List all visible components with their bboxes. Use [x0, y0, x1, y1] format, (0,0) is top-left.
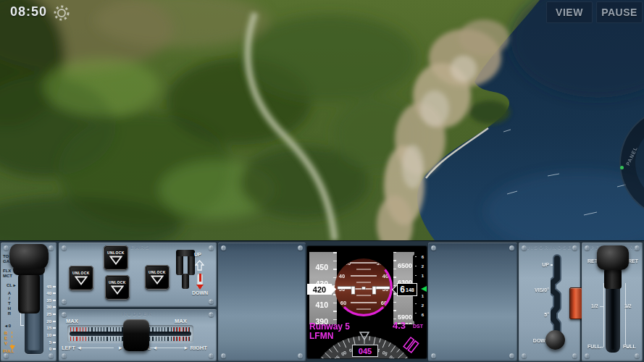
throttle-scale-mark: 35	[43, 298, 56, 303]
vs-tick-label: 1	[422, 274, 424, 278]
screw-icon	[62, 299, 67, 304]
gears-section: GEARS UNLOCK UNLOCK UNLOCK UNLOCK UP	[59, 243, 217, 307]
view-button[interactable]: VIEW	[546, 1, 593, 23]
rudder-max-left-label: MAX	[66, 318, 78, 324]
cl-label: CL ▸	[7, 283, 16, 288]
landing-gear-lever[interactable]	[176, 250, 195, 289]
terrain-image	[0, 0, 644, 240]
triangle-down-icon	[75, 276, 88, 285]
throttle-lever-grip[interactable]	[18, 273, 40, 313]
sb-full-right-label: FULL	[623, 344, 636, 349]
gear-position-indicator	[197, 273, 203, 287]
rudder-title: RUDDER	[59, 311, 217, 316]
screw-icon	[209, 245, 214, 251]
throttle-scale-mark: 5	[43, 340, 56, 345]
rev-label: REV	[3, 331, 8, 346]
svg-text:30: 30	[345, 260, 351, 266]
speed-brake-section: SPEED BRAKE RET RET 1/2 1/2 FULL FULL	[582, 243, 643, 361]
gear-unlock-button-left[interactable]: UNLOCK	[69, 266, 93, 290]
screw-icon	[49, 353, 54, 358]
screw-icon	[4, 353, 9, 358]
athr-label: A/THR	[7, 291, 12, 316]
unlock-label: UNLOCK	[109, 280, 126, 285]
visor-up-label: UP	[520, 262, 549, 267]
panel-knob-indicator	[620, 166, 624, 169]
gears-title: GEARS	[59, 245, 217, 250]
visor-orange-button[interactable]	[569, 287, 582, 319]
screw-icon	[572, 245, 577, 251]
vs-tick-label: 1	[422, 294, 424, 298]
screw-icon	[635, 245, 640, 251]
rudder-slider-knob[interactable]	[123, 319, 149, 351]
vs-tick-label: 2	[422, 264, 424, 269]
throttle-scale-mark: 25	[43, 312, 56, 317]
screw-icon	[4, 245, 9, 251]
speed-brake-lever[interactable]	[597, 245, 629, 270]
throttle-scale-mark: 15	[43, 326, 56, 331]
visor-five-label: 5°	[520, 312, 549, 317]
gear-unlock-button-top[interactable]: UNLOCK	[104, 245, 128, 270]
rudder-section: RUDDER MAX MAX LEFT ◄ ► NEUTRAL ◄ ► RIGH…	[59, 309, 217, 361]
screw-icon	[298, 353, 303, 358]
blank-panel-right	[428, 243, 517, 361]
screw-icon	[635, 353, 640, 358]
down-arrow-icon	[196, 285, 204, 290]
attitude-indicator: 3030 4040 5050 6060	[333, 257, 394, 318]
triangle-right-icon: ►	[118, 345, 123, 351]
gear-unlock-button-bottom[interactable]: UNLOCK	[105, 275, 130, 300]
throttle-lever[interactable]	[9, 244, 49, 269]
zero-arrow-icon: ◂	[5, 324, 7, 328]
pause-button[interactable]: PAUSE	[596, 1, 643, 23]
flight-sim-screen: 08:50 VIEW PAUSE PANEL THROTTLE 45403530…	[0, 0, 644, 362]
screw-icon	[221, 353, 226, 358]
throttle-scale-mark: 10	[43, 333, 56, 338]
screw-icon	[62, 245, 67, 251]
vs-tick-label: 6	[422, 255, 424, 259]
speed-brake-lever-stem[interactable]	[604, 269, 622, 289]
current-speed-box: 420	[307, 284, 332, 295]
screw-icon	[209, 312, 214, 317]
screw-icon	[62, 353, 67, 358]
throttle-scale-mark: 40	[43, 291, 56, 296]
screw-icon	[62, 312, 67, 317]
rudder-right-label: ► RIGHT	[183, 345, 207, 351]
aerial-view: 08:50 VIEW PAUSE PANEL	[0, 0, 644, 240]
throttle-scale-mark: 30	[43, 305, 56, 310]
vs-green-marker-icon	[421, 286, 427, 292]
throttle-scale-mark: 20	[43, 319, 56, 324]
rudder-left-label: LEFT ◄	[62, 345, 82, 351]
triangle-down-icon	[111, 285, 124, 295]
screw-icon	[298, 245, 303, 251]
vs-tick-label: 2	[422, 303, 424, 308]
current-altitude-box: 6148	[397, 283, 417, 296]
visor-title: VISOR/NOSE	[519, 245, 580, 250]
unlock-label: UNLOCK	[149, 270, 166, 274]
screw-icon	[209, 299, 214, 304]
throttle-scale: 454035302520151050	[43, 284, 56, 352]
sb-half-left-label: 1/2	[591, 303, 598, 308]
primary-flight-display: 450430410390 6500630059005700	[307, 246, 427, 358]
visor-nose-section: VISOR/NOSE UP VIS/0° 5° DOWN	[519, 243, 580, 361]
zero-label: ◂ 0	[5, 324, 11, 329]
unlock-label: UNLOCK	[107, 251, 125, 255]
settings-gear-icon[interactable]	[52, 4, 71, 22]
altitude-tick-label: 6500	[398, 262, 412, 269]
cl-arrow-icon: ▸	[14, 283, 16, 287]
visor-vis-label: VIS/0°	[520, 287, 549, 292]
sb-ret-right-label: RET	[628, 258, 638, 264]
triangle-left-icon: ◄	[152, 345, 157, 351]
gear-unlock-button-right[interactable]: UNLOCK	[145, 265, 170, 290]
screw-icon	[585, 245, 590, 251]
current-heading-box: 045	[352, 345, 378, 357]
throttle-scale-mark: 0	[43, 347, 56, 352]
rudder-max-right-label: MAX	[175, 318, 187, 324]
svg-text:40: 40	[339, 273, 345, 279]
screw-icon	[522, 245, 527, 251]
rev-arrow-icon	[12, 332, 12, 346]
visor-lever-knob[interactable]	[545, 330, 565, 350]
svg-text:30: 30	[377, 260, 382, 266]
blank-panel-left	[218, 243, 306, 361]
sb-half-right-label: 1/2	[624, 303, 632, 308]
triangle-down-icon	[109, 256, 122, 265]
screw-icon	[509, 353, 514, 358]
